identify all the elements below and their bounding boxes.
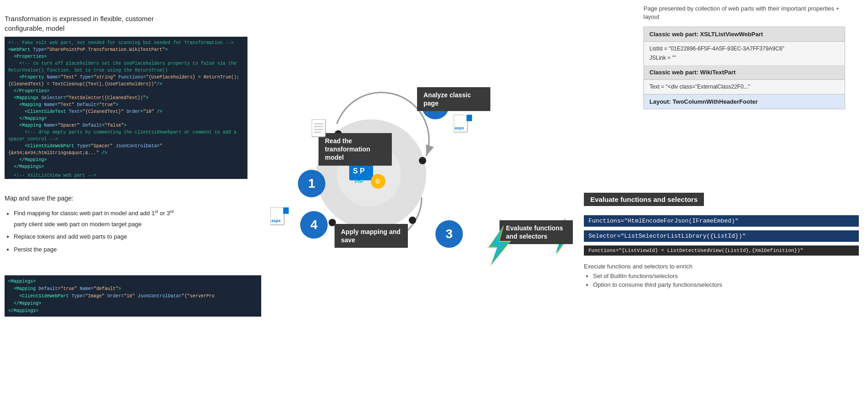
step-1-bubble: 1 (298, 170, 325, 197)
svg-marker-27 (489, 226, 510, 265)
top-left-heading: Transformation is expressed in flexible,… (5, 14, 170, 33)
web-part-layout: Layout: TwoColumnWithHeaderFooter (644, 94, 845, 109)
code-block-bottomleft: <Mappings> <Mapping Default="true" Name=… (5, 275, 261, 317)
flow-circle: S P ⚙ PnP 1 Read the transformation mode… (257, 69, 486, 275)
svg-text:⚙: ⚙ (375, 178, 381, 185)
step-4-bubble: 4 (300, 211, 328, 239)
svg-text:aspx: aspx (271, 218, 281, 223)
file-icon-step2: aspx (454, 115, 472, 137)
svg-text:PnP: PnP (355, 179, 364, 184)
execute-text-section: Execute functions and selectors to enric… (584, 263, 859, 288)
right-functions-section: Evaluate functions and selectors Functio… (584, 193, 859, 290)
file-icon-svg-2: aspx (454, 115, 472, 137)
step-2-label: Analyze classic page (417, 87, 490, 111)
map-save-heading: Map and save the page: (5, 193, 188, 204)
svg-rect-12 (312, 119, 325, 137)
web-part-card-2-header: Classic web part: WikiTextPart (644, 65, 845, 80)
file-icon-step4: aspx (270, 207, 289, 229)
step-4-label: Apply mapping and save (335, 224, 408, 248)
file-icon-step1 (312, 119, 330, 141)
file-icon-svg-1 (312, 119, 330, 141)
web-part-card-1: Classic web part: XSLTListViewWebPart Li… (643, 27, 845, 109)
function-code-3: Functions="{ListViewId} = ListDetectUsed… (584, 245, 859, 256)
web-part-card-1-body: ListId = "01E22896-6F5F-4A5F-93EC-3A7FF3… (644, 42, 845, 65)
eval-functions-label: Evaluate functions and selectors (584, 193, 704, 206)
center-diagram: S P ⚙ PnP 1 Read the transformation mode… (257, 69, 486, 275)
lightning-large-icon (481, 225, 516, 268)
svg-rect-21 (283, 207, 289, 214)
function-code-2: Selector="ListSelectorListLibrary({ListI… (584, 230, 859, 242)
svg-text:aspx: aspx (455, 126, 464, 130)
map-save-bullets: Find mapping for classic web part in mod… (14, 208, 188, 255)
execute-bullets: Set of BuiltIn functions/selectors Optio… (593, 273, 859, 288)
execute-heading: Execute functions and selectors to enric… (584, 263, 859, 270)
code-block-topleft: <!-- Fake xslt web part, not needed for … (5, 37, 247, 179)
bottom-left-section: Map and save the page: Find mapping for … (5, 193, 188, 257)
function-code-1: Functions="HtmlEncodeForJson(IFrameEmbed… (584, 215, 859, 227)
svg-point-5 (409, 217, 416, 224)
svg-rect-18 (467, 115, 472, 121)
svg-text:S P: S P (353, 167, 365, 175)
top-right-description: Page presented by collection of web part… (643, 5, 845, 21)
web-part-card-1-header: Classic web part: XSLTListViewWebPart (644, 27, 845, 42)
file-icon-svg-4: aspx (270, 207, 289, 229)
web-part-card-2-body: Text = "<div class="ExternalClass22F0...… (644, 80, 845, 94)
svg-point-4 (419, 157, 426, 164)
top-right-panel: Page presented by collection of web part… (643, 5, 845, 109)
step-3-bubble: 3 (435, 220, 463, 248)
